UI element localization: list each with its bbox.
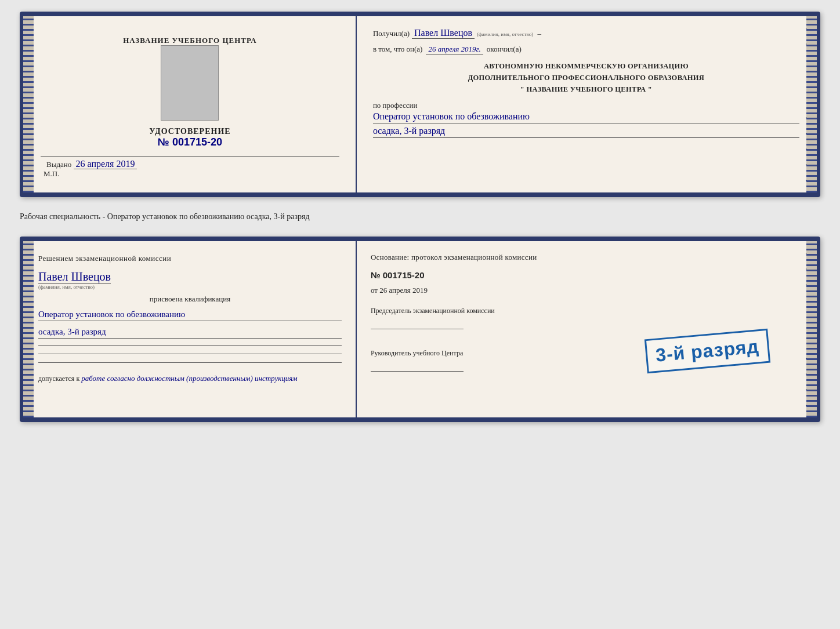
spine-decoration-right-2: [806, 241, 817, 417]
issued-prefix: Выдано: [46, 160, 71, 169]
recipient-prefix: Получил(а): [373, 29, 410, 38]
admission-prefix: допускается к: [38, 375, 79, 383]
profession-line1: Оператор установок по обезвоживанию: [373, 111, 799, 123]
recipient-line: Получил(а) Павел Швецов (фамилия, имя, о…: [373, 28, 799, 39]
doc2-right-panel: Основание: протокол экзаменационной коми…: [357, 241, 816, 417]
admission-block: допускается к работе согласно должностны…: [38, 374, 342, 383]
from-prefix: от: [371, 286, 378, 294]
doc1-right-panel: Получил(а) Павел Швецов (фамилия, имя, о…: [357, 16, 816, 192]
spine-decoration-left: [23, 16, 34, 192]
page-container: НАЗВАНИЕ УЧЕБНОГО ЦЕНТРА УДОСТОВЕРЕНИЕ №…: [20, 12, 820, 422]
protocol-number: № 001715-20: [371, 270, 802, 280]
recipient-annotation: (фамилия, имя, отчество): [477, 31, 533, 37]
issued-date: 26 апреля 2019: [74, 159, 137, 169]
certificate-block: УДОСТОВЕРЕНИЕ № 001715-20: [149, 127, 230, 148]
doc1-training-center-title: НАЗВАНИЕ УЧЕБНОГО ЦЕНТРА: [123, 36, 257, 45]
admission-text: работе согласно должностным (производств…: [81, 374, 297, 383]
profession-label: по профессии: [373, 101, 799, 110]
name-block: Павел Швецов (фамилия, имя, отчество): [38, 268, 342, 290]
top-document: НАЗВАНИЕ УЧЕБНОГО ЦЕНТРА УДОСТОВЕРЕНИЕ №…: [20, 12, 820, 197]
in-that-prefix: в том, что он(а): [373, 45, 423, 54]
spine-decoration-right: [806, 16, 817, 192]
doc1-left-panel: НАЗВАНИЕ УЧЕБНОГО ЦЕНТРА УДОСТОВЕРЕНИЕ №…: [24, 16, 357, 192]
recipient-name: Павел Швецов: [412, 28, 475, 39]
h-line2: [38, 354, 342, 354]
completion-date: 26 апреля 2019г.: [426, 45, 483, 54]
from-date-line: от 26 апреля 2019: [371, 286, 802, 295]
qualification-line1: Оператор установок по обезвоживанию: [38, 310, 342, 321]
org-line1: АВТОНОМНУЮ НЕКОММЕРЧЕСКУЮ ОРГАНИЗАЦИЮ: [373, 60, 799, 72]
person-name: Павел Швецов: [38, 270, 111, 284]
decision-text: Решением экзаменационной комиссии: [38, 254, 342, 263]
stamp-text: 3-й разряд: [655, 336, 760, 366]
bottom-document: Решением экзаменационной комиссии Павел …: [20, 237, 820, 422]
mp-label: М.П.: [41, 169, 59, 179]
director-signature-line: [371, 360, 464, 372]
finished-label: окончил(а): [487, 45, 522, 54]
qualification-text: присвоена квалификация: [38, 294, 342, 304]
date-line: в том, что он(а) 26 апреля 2019г. окончи…: [373, 45, 799, 54]
h-line1: [38, 345, 342, 346]
name-annotation: (фамилия, имя, отчество): [38, 284, 342, 290]
h-line3: [38, 362, 342, 363]
doc2-left-panel: Решением экзаменационной комиссии Павел …: [24, 241, 357, 417]
separator-line: [41, 156, 339, 157]
org-block: АВТОНОМНУЮ НЕКОММЕРЧЕСКУЮ ОРГАНИЗАЦИЮ ДО…: [373, 60, 799, 95]
profession-section: по профессии Оператор установок по обезв…: [373, 101, 799, 138]
basis-line: Основание: протокол экзаменационной коми…: [371, 253, 802, 262]
chairman-label: Председатель экзаменационной комиссии: [371, 307, 802, 332]
cert-number: № 001715-20: [149, 136, 230, 148]
chairman-signature-line: [371, 318, 464, 329]
org-line3: " НАЗВАНИЕ УЧЕБНОГО ЦЕНТРА ": [373, 83, 799, 95]
separator-text: Рабочая специальность - Оператор установ…: [20, 208, 820, 226]
spine-decoration-left-2: [23, 241, 34, 417]
org-line2: ДОПОЛНИТЕЛЬНОГО ПРОФЕССИОНАЛЬНОГО ОБРАЗО…: [373, 72, 799, 83]
cert-label: УДОСТОВЕРЕНИЕ: [149, 127, 230, 136]
from-date-value: 26 апреля 2019: [379, 286, 428, 294]
photo-placeholder: [161, 45, 219, 121]
profession-line2: осадка, 3-й разряд: [373, 126, 799, 138]
issued-line: Выдано 26 апреля 2019: [41, 159, 339, 169]
qualification-line2: осадка, 3-й разряд: [38, 327, 342, 339]
